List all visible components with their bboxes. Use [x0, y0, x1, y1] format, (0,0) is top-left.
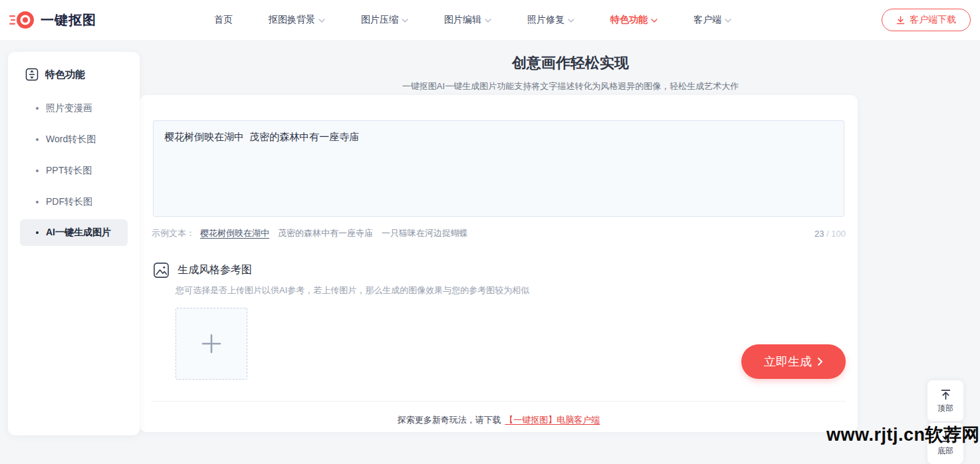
feature-sidebar: 特色功能 照片变漫画 Word转长图 PPT转长图 PDF转长图 AI一键生成图…	[8, 52, 140, 435]
nav-label: 首页	[214, 14, 233, 26]
nav-label: 图片压缩	[361, 14, 398, 26]
scroll-bottom-label: 底部	[937, 445, 953, 457]
sidebar-item-label: PDF转长图	[46, 196, 92, 208]
char-count: 23	[814, 229, 824, 239]
nav-item-cutout-bg[interactable]: 抠图换背景	[269, 14, 325, 26]
example-item-3[interactable]: 一只猫咪在河边捉蝴蝶	[382, 227, 468, 239]
main-nav: 首页 抠图换背景 图片压缩 图片编辑 照片修复 特色功能 客户端	[214, 0, 731, 40]
download-button-label: 客户端下载	[910, 14, 956, 26]
main-panel: 樱花树倒映在湖中 茂密的森林中有一座寺庙 示例文本： 樱花树倒映在湖中 茂密的森…	[140, 95, 858, 432]
page-subtitle: 一键抠图AI一键生成图片功能支持将文字描述转化为风格迥异的图像，轻松生成艺术大作	[152, 80, 980, 92]
bullet-dot	[36, 107, 39, 110]
footer-divider	[152, 401, 846, 402]
plus-icon	[201, 333, 222, 354]
site-watermark: www.rjtj.cn软荐网	[826, 423, 980, 447]
char-limit: / 100	[824, 229, 846, 239]
chevron-down-icon	[402, 19, 408, 23]
footer-client-link[interactable]: 【一键抠图】电脑客户端	[505, 415, 600, 425]
sidebar-item-ppt-to-image[interactable]: PPT转长图	[20, 155, 128, 186]
example-item-2[interactable]: 茂密的森林中有一座寺庙	[278, 227, 373, 239]
sidebar-item-pdf-to-image[interactable]: PDF转长图	[20, 186, 128, 217]
chevron-down-icon	[568, 19, 574, 23]
generate-button-label: 立即生成	[764, 354, 812, 370]
nav-item-home[interactable]: 首页	[214, 14, 233, 26]
bullet-dot	[36, 170, 39, 172]
image-icon	[153, 262, 170, 279]
scroll-top-label: 顶部	[937, 403, 953, 414]
sidebar-item-ai-generate[interactable]: AI一键生成图片	[20, 219, 128, 246]
feature-box-icon	[25, 68, 39, 81]
example-label: 示例文本：	[152, 227, 195, 239]
download-icon	[896, 16, 905, 25]
reference-description: 您可选择是否上传图片以供AI参考，若上传图片，那么生成的图像效果与您的参考图较为…	[176, 285, 529, 296]
nav-label: 客户端	[693, 14, 721, 26]
scroll-to-top-button[interactable]: 顶部	[927, 380, 963, 421]
nav-label: 特色功能	[610, 14, 648, 26]
nav-label: 图片编辑	[444, 14, 481, 26]
logo-text: 一键抠图	[41, 11, 96, 29]
reference-title: 生成风格参考图	[178, 263, 252, 277]
prompt-input[interactable]: 樱花树倒映在湖中 茂密的森林中有一座寺庙	[153, 120, 844, 217]
chevron-down-icon	[485, 19, 491, 23]
reference-header: 生成风格参考图	[153, 262, 252, 279]
page-title: 创意画作轻松实现	[152, 53, 980, 73]
nav-item-features[interactable]: 特色功能	[610, 14, 658, 26]
nav-label: 抠图换背景	[269, 14, 315, 26]
reference-upload-box[interactable]	[176, 308, 247, 380]
chevron-right-icon	[817, 357, 823, 366]
nav-item-client[interactable]: 客户端	[693, 14, 731, 26]
chevron-down-icon	[318, 19, 325, 23]
sidebar-item-label: 照片变漫画	[46, 102, 92, 114]
nav-label: 照片修复	[527, 14, 564, 26]
sidebar-header: 特色功能	[8, 52, 140, 82]
logo-icon	[9, 10, 35, 30]
bullet-dot	[36, 201, 39, 203]
sidebar-item-label: PPT转长图	[46, 165, 92, 177]
nav-item-edit[interactable]: 图片编辑	[444, 14, 491, 26]
example-row: 示例文本： 樱花树倒映在湖中 茂密的森林中有一座寺庙 一只猫咪在河边捉蝴蝶 23…	[152, 227, 846, 239]
sidebar-item-photo-to-cartoon[interactable]: 照片变漫画	[20, 92, 128, 124]
bullet-dot	[36, 138, 39, 141]
chevron-down-icon	[651, 19, 658, 23]
sidebar-title: 特色功能	[45, 68, 85, 81]
client-download-button[interactable]: 客户端下载	[882, 9, 971, 31]
nav-item-repair[interactable]: 照片修复	[527, 14, 574, 26]
example-item-1[interactable]: 樱花树倒映在湖中	[200, 227, 269, 239]
sidebar-item-word-to-image[interactable]: Word转长图	[20, 124, 128, 155]
app-logo[interactable]: 一键抠图	[9, 0, 96, 40]
char-counter: 23 / 100	[814, 229, 846, 239]
sidebar-list: 照片变漫画 Word转长图 PPT转长图 PDF转长图 AI一键生成图片	[8, 92, 140, 246]
sidebar-item-label: Word转长图	[46, 134, 96, 146]
page-head: 创意画作轻松实现 一键抠图AI一键生成图片功能支持将文字描述转化为风格迥异的图像…	[152, 53, 980, 92]
bullet-dot	[36, 231, 39, 234]
arrow-to-top-icon	[939, 388, 952, 401]
nav-item-compress[interactable]: 图片压缩	[361, 14, 408, 26]
top-header: 一键抠图 首页 抠图换背景 图片压缩 图片编辑 照片修复 特色功能 客户端	[0, 0, 980, 40]
sidebar-item-label: AI一键生成图片	[46, 227, 111, 239]
chevron-down-icon	[725, 19, 731, 23]
panel-footer: 探索更多新奇玩法，请下载 【一键抠图】电脑客户端	[140, 414, 858, 426]
footer-text: 探索更多新奇玩法，请下载	[398, 415, 504, 425]
generate-button[interactable]: 立即生成	[741, 344, 846, 379]
